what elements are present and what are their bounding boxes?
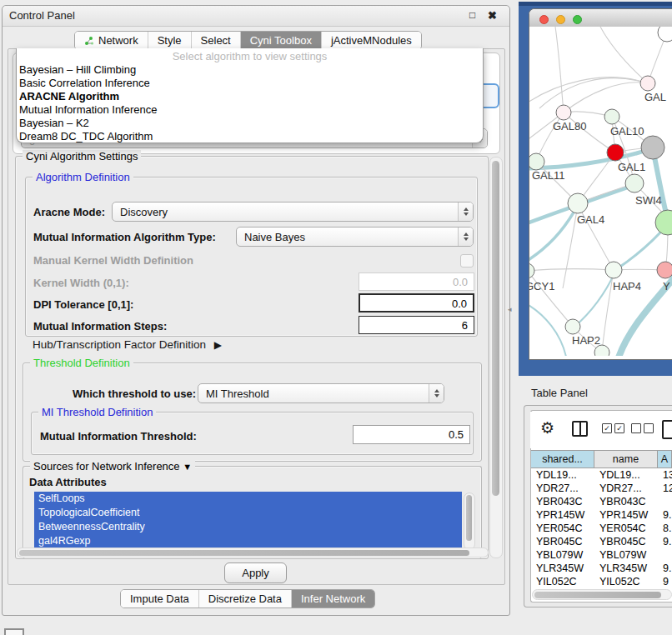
select-all-checkbox-icon[interactable]: ✓ bbox=[602, 423, 612, 433]
algorithm-option[interactable]: Mutual Information Inference bbox=[17, 103, 483, 117]
table-row[interactable]: YDL19...YDL19...13 bbox=[531, 468, 672, 482]
node-label: GAL11 bbox=[532, 169, 565, 182]
column-header-2[interactable]: name bbox=[594, 451, 658, 468]
collapse-arrow-icon[interactable]: ▼ bbox=[183, 462, 192, 472]
document-icon[interactable] bbox=[662, 420, 672, 439]
node-label: GAL10 bbox=[610, 125, 644, 138]
network-node-gal10[interactable] bbox=[604, 109, 619, 124]
network-node-gal80[interactable] bbox=[556, 105, 571, 120]
node-label: HAP4 bbox=[613, 280, 641, 292]
algorithm-option[interactable]: ARACNE Algorithm bbox=[17, 90, 483, 103]
network-node-gal[interactable] bbox=[640, 76, 655, 91]
network-node-gal11[interactable] bbox=[529, 153, 544, 170]
attribute-item[interactable]: gal4RGexp bbox=[34, 534, 462, 548]
table-cell bbox=[658, 495, 672, 508]
table-cell: YBR043C bbox=[531, 495, 594, 508]
table-cell: YLR345W bbox=[594, 562, 658, 575]
table-hscrollbar[interactable] bbox=[532, 589, 672, 600]
table-hscrollbar-thumb[interactable] bbox=[534, 592, 661, 598]
algorithm-option[interactable]: Bayesian – K2 bbox=[17, 117, 483, 130]
network-node-swi4[interactable] bbox=[655, 210, 672, 235]
algorithm-option[interactable]: Bayesian – Hill Climbing bbox=[17, 63, 483, 77]
table-rows: YDL19...YDL19...13YDR27...YDR27...12YBR0… bbox=[531, 468, 672, 588]
select-all-checkbox-icon-2[interactable]: ✓ bbox=[614, 423, 624, 433]
deselect-checkbox-icon[interactable] bbox=[631, 423, 641, 433]
mi-type-label: Mutual Information Algorithm Type: bbox=[33, 231, 216, 243]
network-node-hap2[interactable] bbox=[565, 319, 580, 334]
network-node-y[interactable] bbox=[657, 262, 672, 278]
which-threshold-label: Which threshold to use: bbox=[73, 388, 196, 400]
column-header-3[interactable]: A bbox=[658, 451, 672, 468]
aracne-mode-combo[interactable]: Discovery bbox=[112, 202, 474, 222]
network-node-gcy1[interactable] bbox=[529, 263, 534, 278]
zoom-traffic-light[interactable] bbox=[573, 15, 582, 24]
hub-expander[interactable]: Hub/Transcription Factor Definition ▶ bbox=[33, 338, 222, 351]
expander-arrow-icon[interactable]: ▶ bbox=[214, 339, 222, 351]
settings-hscrollbar[interactable] bbox=[17, 548, 489, 558]
close-traffic-light[interactable] bbox=[539, 15, 549, 24]
table-row[interactable]: YBL079WYBL079W bbox=[531, 548, 672, 562]
network-node-gal4[interactable] bbox=[568, 193, 588, 213]
settings-hscrollbar-thumb[interactable] bbox=[19, 550, 469, 556]
mi-steps-field[interactable]: 6 bbox=[359, 316, 474, 334]
minimize-traffic-light[interactable] bbox=[556, 15, 565, 24]
table-settings-gear-icon[interactable]: ⚙ bbox=[540, 418, 554, 438]
manual-kernel-checkbox[interactable] bbox=[460, 254, 474, 268]
control-panel-titlebar[interactable]: Control Panel □ ✖ bbox=[3, 6, 509, 27]
table-cell: 9. bbox=[658, 562, 672, 575]
mi-threshold-field[interactable]: 0.5 bbox=[353, 425, 470, 444]
tab-discretize-data[interactable]: Discretize Data bbox=[198, 590, 291, 608]
apply-button[interactable]: Apply bbox=[224, 562, 287, 583]
tab-infer-network[interactable]: Infer Network bbox=[291, 590, 374, 608]
table-panel-title: Table Panel bbox=[531, 387, 588, 399]
tab-impute-data[interactable]: Impute Data bbox=[121, 590, 198, 608]
tab-cyni-toolbox[interactable]: Cyni Toolbox bbox=[240, 32, 321, 49]
network-node[interactable] bbox=[641, 136, 664, 159]
settings-scrollbar[interactable] bbox=[489, 157, 503, 558]
algorithm-option[interactable]: Basic Correlation Inference bbox=[17, 77, 483, 90]
table-row[interactable]: YER054CYER054C8. bbox=[531, 522, 672, 535]
deselect-checkbox-icon-2[interactable] bbox=[644, 423, 654, 433]
tab-network[interactable]: Network bbox=[75, 32, 148, 49]
table-row[interactable]: YDR27...YDR27...12 bbox=[531, 482, 672, 495]
tab-select[interactable]: Select bbox=[191, 32, 240, 49]
close-panel-icon[interactable]: ✖ bbox=[488, 9, 497, 22]
algorithm-option[interactable]: Dream8 DC_TDC Algorithm bbox=[17, 130, 483, 143]
attribute-item[interactable]: BetweennessCentrality bbox=[34, 520, 462, 534]
attributes-scrollbar[interactable] bbox=[464, 492, 475, 550]
settings-scrollbar-thumb[interactable] bbox=[492, 161, 499, 496]
table-header-row: shared...nameA bbox=[531, 450, 672, 468]
panel-splitter-handle[interactable]: ◂ bbox=[508, 305, 512, 313]
table-row[interactable]: YBR045CYBR045C9. bbox=[531, 535, 672, 548]
attributes-scrollbar-thumb[interactable] bbox=[466, 495, 472, 541]
which-threshold-combo[interactable]: MI Threshold bbox=[198, 383, 444, 403]
attribute-item[interactable]: TopologicalCoefficient bbox=[34, 506, 462, 520]
network-node-gal1[interactable] bbox=[625, 174, 644, 192]
table-cell: 8. bbox=[658, 522, 672, 535]
tab-style[interactable]: Style bbox=[148, 32, 191, 49]
tab-jactivemnodules[interactable]: jActiveMNodules bbox=[321, 32, 421, 49]
mi-type-combo[interactable]: Naive Bayes bbox=[236, 227, 474, 247]
float-panel-icon[interactable]: □ bbox=[469, 9, 475, 21]
network-node[interactable] bbox=[658, 27, 672, 42]
attribute-item[interactable]: SelfLoops bbox=[34, 492, 462, 506]
table-row[interactable]: YPR145WYPR145W9. bbox=[531, 508, 672, 522]
network-graph: GALGAL80GAL10GAL11GAL1SWI4GAL4GCY1HAP4YH… bbox=[529, 27, 672, 356]
dpi-tolerance-field[interactable]: 0.0 bbox=[359, 293, 474, 312]
network-window-titlebar[interactable] bbox=[529, 9, 672, 28]
network-node-hap4[interactable] bbox=[605, 262, 622, 278]
table-cell: YLR345W bbox=[531, 562, 594, 575]
column-layout-icon[interactable] bbox=[572, 421, 588, 437]
network-node[interactable] bbox=[607, 144, 624, 161]
node-attribute-table: shared...nameA YDL19...YDL19...13YDR27..… bbox=[531, 450, 672, 588]
minimized-panel-icon[interactable] bbox=[4, 628, 24, 635]
column-header-1[interactable]: shared... bbox=[531, 451, 594, 468]
network-canvas[interactable]: GALGAL80GAL10GAL11GAL1SWI4GAL4GCY1HAP4YH… bbox=[529, 27, 672, 356]
kernel-width-field[interactable]: 0.0 bbox=[359, 272, 474, 291]
table-cell: YDR27... bbox=[531, 482, 594, 495]
table-row[interactable]: YBR043CYBR043C bbox=[531, 495, 672, 508]
network-window: GALGAL80GAL10GAL11GAL1SWI4GAL4GCY1HAP4YH… bbox=[529, 8, 672, 360]
data-attributes-label: Data Attributes bbox=[29, 476, 107, 488]
table-row[interactable]: YLR345WYLR345W9. bbox=[531, 562, 672, 575]
table-row[interactable]: YIL052CYIL052C9 bbox=[531, 575, 672, 588]
